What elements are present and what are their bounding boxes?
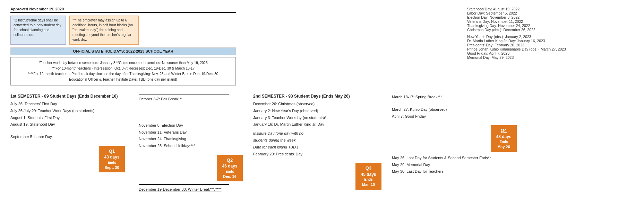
winter-break-event: December 19-December 30: Winter Break***… (139, 186, 246, 193)
holiday-date: April 7, 2023 (489, 51, 509, 55)
footnote-1: *Teacher work day between semesters: Jan… (15, 60, 231, 66)
list-item-italic: Institute Day (one day with no (253, 130, 388, 137)
list-item: March 13-17: Spring Break*** (392, 94, 520, 101)
holiday-name: Dr. Martin Luther King Jr. Day: (467, 39, 516, 43)
holiday-name: Labor Day: (467, 11, 485, 15)
footnote-2: ***For 10-month teachers - Intersession:… (15, 66, 231, 71)
holiday-name: Christmas Day (obs.): (467, 28, 503, 32)
holiday-name: Statehood Day: (467, 7, 492, 11)
sem2-title: 2nd SEMESTER - 93 Student Days (Ends May… (253, 94, 388, 99)
q1-ends-label: Ends (102, 160, 121, 165)
list-item: January 3: Teacher Workday (no students)… (253, 115, 388, 121)
fall-break-event: October 3-7: Fall Break*** (139, 96, 246, 103)
q1-days: 43 days (102, 154, 121, 160)
holiday-row: Dr. Martin Luther King Jr. Day: January … (467, 39, 634, 43)
list-item: November 24: Thanksgiving (139, 136, 246, 143)
sem1-title: 1st SEMESTER - 89 Student Days (Ends Dec… (10, 94, 135, 99)
holiday-date: September 5, 2022 (486, 11, 517, 15)
holiday-name: New Year's Day (obs.): (467, 35, 504, 39)
list-item: May 29: Memorial Day (392, 162, 520, 169)
q3-label: Q3 (359, 165, 378, 171)
top-left-inner: ^2 Instructional days shall be converted… (10, 16, 246, 45)
list-item: January 16: Dr. Martin Luther King Jr. D… (253, 121, 388, 128)
sem2-col: 2nd SEMESTER - 93 Student Days (Ends May… (253, 94, 392, 193)
sem1-events2: November 8: Election Day November 11: Ve… (139, 122, 246, 150)
holiday-name: Memorial Day: (467, 55, 491, 60)
holiday-row: Veterans Day: November 11, 2022 (467, 19, 634, 24)
holiday-date: August 19, 2022 (493, 7, 520, 11)
holiday-name: Election Day: (467, 15, 489, 19)
q2-days: 46 days (220, 163, 239, 169)
q1-badge-container: Q1 43 days Ends Sept. 30 (10, 143, 135, 172)
list-item: March 27: Kuhio Day (observed) (392, 106, 520, 113)
q4-label: Q4 (494, 127, 513, 134)
holiday-row: Good Friday: April 7, 2023 (467, 51, 634, 55)
page: Approved November 19, 2020 ^2 Instructio… (0, 0, 644, 200)
holiday-row: Memorial Day: May 29, 2023 (467, 55, 634, 60)
q4-badge-container: Q4 48 days Ends May 26 (392, 123, 520, 152)
approved-header: Approved November 19, 2020 (10, 7, 236, 13)
list-item-italic: students during the week. (253, 137, 388, 144)
list-item: August 1: Students' First Day (10, 115, 135, 121)
holiday-row: Labor Day: September 5, 2022 (467, 11, 634, 15)
holiday-row: Presidents' Day: February 20, 2023 (467, 43, 634, 47)
q4-days: 48 days (494, 134, 513, 140)
spring-events: March 13-17: Spring Break*** March 27: K… (392, 94, 520, 120)
holiday-name: Good Friday: (467, 51, 488, 55)
winter-break-line (139, 184, 229, 185)
sem1-events: July 26: Teachers' First Day July 26-Jul… (10, 101, 135, 141)
holiday-date: November 8, 2022 (490, 15, 520, 19)
top-left: Approved November 19, 2020 ^2 Instructio… (10, 7, 246, 85)
list-item: September 5: Labor Day (10, 134, 135, 141)
holiday-date: May 29, 2023 (492, 55, 514, 60)
footnotes-box: *Teacher work day between semesters: Jan… (10, 57, 236, 85)
sem1-events-col: October 3-7: Fall Break*** November 8: E… (139, 94, 253, 193)
list-item-italic: Date for each island TBD.) (253, 144, 388, 151)
holiday-date: January 2, 2023 (505, 35, 531, 39)
official-holidays-title: OFFICIAL STATE HOLIDAYS: 2022-2023 SCHOO… (11, 48, 235, 55)
q3-ends-date: Mar. 10 (359, 182, 378, 187)
list-item: May 30: Last Day for Teachers (392, 168, 520, 175)
list-item: May 26: Last Day for Students & Second S… (392, 155, 520, 162)
holiday-name: Presidents' Day: (467, 43, 493, 47)
top-section: Approved November 19, 2020 ^2 Instructio… (10, 7, 634, 85)
footnote-3: ****For 12-month teachers - Paid break d… (15, 71, 231, 77)
holiday-date: November 11, 2022 (491, 19, 523, 24)
holiday-row: Election Day: November 8, 2022 (467, 15, 634, 19)
q2-badge: Q2 46 days Ends Dec. 16 (217, 155, 243, 181)
list-item: November 11: Veterans Day (139, 129, 246, 136)
q4-badge: Q4 48 days Ends May 26 (491, 125, 517, 152)
holiday-date: December 26, 2022 (503, 28, 535, 32)
list-item: August 19: Statehood Day (10, 121, 135, 128)
sem1-col: 1st SEMESTER - 89 Student Days (Ends Dec… (10, 94, 139, 193)
holiday-row: Statehood Day: August 19, 2022 (467, 7, 634, 11)
holiday-name: Veterans Day: (467, 19, 490, 24)
list-item: January 2: New Year's Day (observed) (253, 108, 388, 115)
note-orange: ^^The employer may assign up to 6 additi… (69, 16, 139, 45)
q2-ends-date: Dec. 16 (220, 174, 239, 179)
footnote-4: Educational Officer & Teacher Institute … (15, 77, 231, 82)
holiday-date: January 16, 2023 (517, 39, 545, 43)
sem2-events: December 26: Christmas (observed) Januar… (253, 101, 388, 157)
list-item: November 8: Election Day (139, 122, 246, 129)
holiday-name: Prince Jonah Kuhio Kalanianaole Day (obs… (467, 47, 540, 51)
holiday-date: March 27, 2023 (541, 47, 566, 51)
list-item: February 20: Presidents' Day (253, 151, 388, 158)
top-right: Statehood Day: August 19, 2022 Labor Day… (467, 7, 634, 85)
q3-badge-container: Q3 45 days Ends Mar. 10 (253, 160, 388, 189)
q2-label: Q2 (220, 157, 239, 163)
bottom-section: 1st SEMESTER - 89 Student Days (Ends Dec… (10, 94, 634, 193)
list-item: July 26-July 29: Teacher Work Days (no s… (10, 108, 135, 115)
q1-label: Q1 (102, 148, 121, 154)
note-blue: ^2 Instructional days shall be converted… (10, 16, 66, 45)
holiday-date: November 24, 2022 (498, 24, 530, 28)
holidays-group-1: Statehood Day: August 19, 2022 Labor Day… (467, 7, 634, 32)
q4-ends-label: Ends (494, 139, 513, 144)
list-item: December 26: Christmas (observed) (253, 101, 388, 108)
holiday-date: February 20, 2023 (495, 43, 524, 47)
q3-days: 45 days (359, 172, 378, 178)
holiday-row: Prince Jonah Kuhio Kalanianaole Day (obs… (467, 47, 634, 51)
fall-break-line (139, 94, 229, 94)
official-holidays-box: OFFICIAL STATE HOLIDAYS: 2022-2023 SCHOO… (10, 47, 236, 55)
q1-badge: Q1 43 days Ends Sept. 30 (99, 146, 125, 172)
